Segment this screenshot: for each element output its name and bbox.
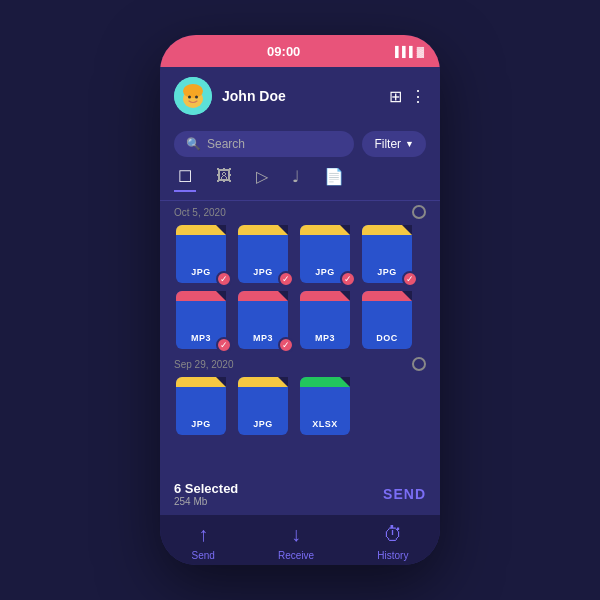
tab-all[interactable]: ☐: [174, 163, 196, 192]
date-label-2: Sep 29, 2020: [174, 357, 426, 371]
list-item[interactable]: DOC: [360, 291, 414, 349]
battery-icon: ▓: [417, 46, 424, 57]
check-badge: ✓: [278, 271, 294, 287]
check-badge: ✓: [340, 271, 356, 287]
search-bar: 🔍 Search Filter ▼: [160, 125, 440, 163]
list-item[interactable]: MP3 ✓: [174, 291, 228, 349]
search-icon: 🔍: [186, 137, 201, 151]
send-button[interactable]: SEND: [383, 486, 426, 502]
grid-icon[interactable]: ⊞: [389, 87, 402, 106]
list-item[interactable]: MP3 ✓: [236, 291, 290, 349]
menu-icon[interactable]: ⋮: [410, 87, 426, 106]
signal-icon: ▐▐▐: [391, 46, 412, 57]
header: John Doe ⊞ ⋮: [160, 67, 440, 125]
selected-size: 254 Mb: [174, 496, 238, 507]
nav-history[interactable]: ⏱ History: [377, 523, 408, 561]
date-circle-1: [412, 205, 426, 219]
date-label-1: Oct 5, 2020: [174, 205, 426, 219]
list-item[interactable]: XLSX: [298, 377, 352, 435]
nav-receive[interactable]: ↓ Receive: [278, 523, 314, 561]
header-icons: ⊞ ⋮: [389, 87, 426, 106]
avatar: [174, 77, 212, 115]
selected-bar: 6 Selected 254 Mb SEND: [160, 473, 440, 515]
search-placeholder: Search: [207, 137, 245, 151]
selected-count: 6 Selected: [174, 481, 238, 496]
phone-frame: 09:00 ▐▐▐ ▓: [160, 35, 440, 565]
filter-chevron-icon: ▼: [405, 139, 414, 149]
check-badge: ✓: [216, 337, 232, 353]
file-list: Oct 5, 2020 JPG ✓: [160, 205, 440, 473]
user-name: John Doe: [222, 88, 379, 104]
receive-nav-icon: ↓: [291, 523, 301, 546]
selected-info: 6 Selected 254 Mb: [174, 481, 238, 507]
list-item[interactable]: JPG ✓: [174, 225, 228, 283]
date-circle-2: [412, 357, 426, 371]
status-bar: 09:00 ▐▐▐ ▓: [160, 35, 440, 67]
avatar-svg: [174, 77, 212, 115]
app-body: John Doe ⊞ ⋮ 🔍 Search Filter ▼ ☐ 🖼 ▷: [160, 67, 440, 565]
check-badge: ✓: [216, 271, 232, 287]
tab-docs[interactable]: 📄: [320, 163, 348, 192]
filter-button[interactable]: Filter ▼: [362, 131, 426, 157]
list-item[interactable]: JPG ✓: [360, 225, 414, 283]
tab-video[interactable]: ▷: [252, 163, 272, 192]
date-group-2: Sep 29, 2020 JPG: [174, 357, 426, 435]
file-type-tabs: ☐ 🖼 ▷ ♩ 📄: [160, 163, 440, 201]
check-badge: ✓: [402, 271, 418, 287]
status-time: 09:00: [176, 44, 391, 59]
file-grid-1: JPG ✓ JPG ✓: [174, 225, 426, 349]
date-group-1: Oct 5, 2020 JPG ✓: [174, 205, 426, 349]
list-item[interactable]: JPG ✓: [236, 225, 290, 283]
tab-images[interactable]: 🖼: [212, 163, 236, 192]
tab-audio[interactable]: ♩: [288, 163, 304, 192]
send-nav-label: Send: [192, 550, 215, 561]
svg-point-4: [195, 96, 198, 99]
filter-label: Filter: [374, 137, 401, 151]
svg-point-2: [183, 84, 203, 98]
list-item[interactable]: JPG: [174, 377, 228, 435]
file-grid-2: JPG JPG: [174, 377, 426, 435]
history-nav-label: History: [377, 550, 408, 561]
send-nav-icon: ↑: [198, 523, 208, 546]
list-item[interactable]: JPG: [236, 377, 290, 435]
nav-send[interactable]: ↑ Send: [192, 523, 215, 561]
nav-bar: ↑ Send ↓ Receive ⏱ History: [160, 515, 440, 565]
receive-nav-label: Receive: [278, 550, 314, 561]
check-badge: ✓: [278, 337, 294, 353]
list-item[interactable]: MP3: [298, 291, 352, 349]
svg-point-3: [188, 96, 191, 99]
status-icons: ▐▐▐ ▓: [391, 46, 424, 57]
history-nav-icon: ⏱: [383, 523, 403, 546]
search-input-wrapper[interactable]: 🔍 Search: [174, 131, 354, 157]
list-item[interactable]: JPG ✓: [298, 225, 352, 283]
